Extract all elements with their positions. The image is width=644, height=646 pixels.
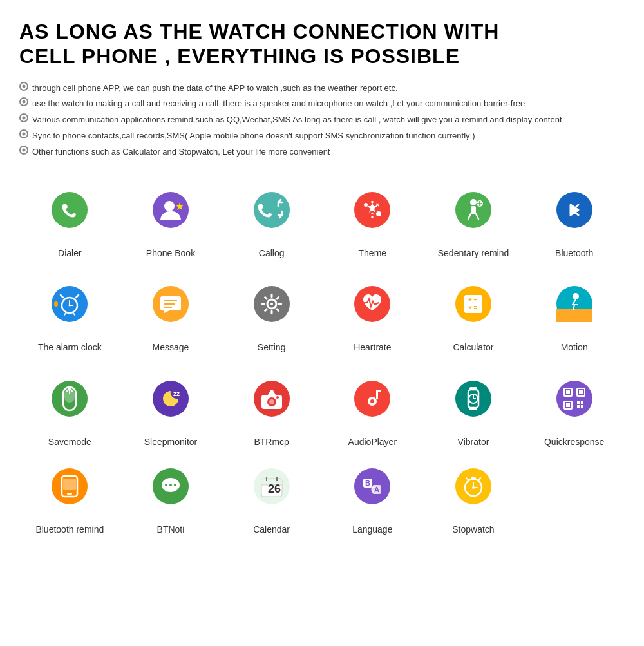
icons-last-row: Bluetooth remindBTNoti26CalendarBCALangu… bbox=[19, 454, 625, 535]
icon-theme[interactable] bbox=[340, 178, 404, 242]
bullet-text: Sync to phone contacts,call records,SMS(… bbox=[32, 128, 475, 144]
headline: AS LONG AS THE WATCH CONNECTION WITH CEL… bbox=[19, 19, 625, 69]
bullet-item: Other functions such as Calculator and S… bbox=[19, 144, 625, 160]
icon-label-calculator: Calculator bbox=[453, 341, 493, 353]
bullet-item: Various communication applications remin… bbox=[19, 112, 625, 128]
headline-line1: AS LONG AS THE WATCH CONNECTION WITH bbox=[19, 19, 625, 44]
headline-line2: CELL PHONE , EVERYTHING IS POSSIBLE bbox=[19, 44, 625, 68]
icon-savemode[interactable] bbox=[37, 366, 102, 431]
icon-item-theme: Theme bbox=[322, 178, 423, 259]
icon-label-btnoti: BTNoti bbox=[157, 524, 185, 535]
icon-phone-book[interactable] bbox=[138, 178, 203, 242]
svg-rect-84 bbox=[63, 479, 76, 490]
svg-text:×  =: × = bbox=[468, 304, 478, 311]
bullet-item: through cell phone APP, we can push the … bbox=[19, 81, 625, 97]
icon-label-sleepmonitor: Sleepmonitor bbox=[144, 436, 198, 448]
svg-rect-12 bbox=[471, 206, 476, 214]
icon-label-setting: Setting bbox=[258, 341, 286, 353]
icon-item-savemode: Savemode bbox=[19, 366, 120, 448]
svg-rect-72 bbox=[566, 390, 570, 394]
svg-rect-68 bbox=[469, 387, 477, 390]
svg-text:A: A bbox=[374, 486, 379, 493]
icon-item-btnoti: BTNoti bbox=[120, 454, 222, 535]
icon-label-bt-remind: Bluetooth remind bbox=[35, 524, 104, 535]
icon-alarm[interactable] bbox=[37, 272, 102, 336]
svg-rect-69 bbox=[469, 407, 477, 410]
icon-item-audioplayer: AudioPlayer bbox=[322, 366, 423, 448]
icon-vibrator[interactable] bbox=[441, 366, 506, 431]
icon-label-alarm: The alarm clock bbox=[38, 341, 102, 353]
svg-rect-45 bbox=[556, 309, 592, 322]
icon-item-btrmcp: BTRmcp bbox=[221, 366, 322, 448]
bullet-icon bbox=[19, 129, 28, 138]
icon-btrmcp[interactable] bbox=[240, 366, 304, 431]
svg-point-2 bbox=[164, 201, 175, 211]
icon-language[interactable]: BCA bbox=[340, 454, 404, 518]
icon-btnoti[interactable] bbox=[138, 454, 203, 518]
svg-rect-83 bbox=[67, 493, 72, 495]
svg-point-11 bbox=[470, 199, 477, 205]
svg-text:B: B bbox=[365, 479, 370, 487]
icon-item-sleepmonitor: zzSleepmonitor bbox=[120, 366, 222, 448]
icon-heartrate[interactable] bbox=[340, 272, 404, 336]
bullet-text: through cell phone APP, we can push the … bbox=[32, 81, 398, 97]
bullet-text: Various communication applications remin… bbox=[32, 112, 562, 128]
svg-rect-78 bbox=[581, 401, 583, 404]
icon-label-audioplayer: AudioPlayer bbox=[348, 436, 397, 448]
icon-bt-remind[interactable] bbox=[37, 454, 102, 518]
icon-item-vibrator: Vibrator bbox=[423, 366, 524, 448]
icon-stopwatch[interactable] bbox=[441, 454, 506, 518]
icon-sleepmonitor[interactable]: zz bbox=[138, 366, 203, 431]
icon-item-motion: Motion bbox=[524, 272, 625, 353]
icon-quickresponse[interactable] bbox=[542, 366, 607, 431]
icon-item-language: BCALanguage bbox=[322, 454, 423, 535]
svg-rect-74 bbox=[579, 390, 583, 394]
bullet-icon bbox=[19, 82, 28, 91]
bullet-item: Sync to phone contacts,call records,SMS(… bbox=[19, 128, 625, 144]
svg-point-9 bbox=[376, 211, 381, 216]
icon-motion[interactable] bbox=[542, 272, 607, 336]
icon-message[interactable] bbox=[138, 272, 203, 336]
svg-rect-22 bbox=[54, 301, 58, 307]
svg-text:zz: zz bbox=[173, 390, 180, 397]
icon-item-sedentary: Sedentary remind bbox=[423, 178, 524, 259]
icon-label-calendar: Calendar bbox=[253, 524, 290, 535]
icon-calendar[interactable]: 26 bbox=[240, 454, 304, 518]
svg-point-87 bbox=[165, 484, 167, 486]
icon-callog[interactable] bbox=[240, 178, 304, 242]
svg-rect-76 bbox=[566, 403, 570, 407]
icon-label-stopwatch: Stopwatch bbox=[452, 524, 494, 535]
svg-text:+  −: + − bbox=[468, 296, 478, 303]
svg-point-55 bbox=[269, 399, 274, 404]
svg-rect-79 bbox=[577, 405, 580, 408]
icon-item-message: Message bbox=[120, 272, 222, 353]
icons-grid: DialerPhone BookCallogThemeSedentary rem… bbox=[19, 178, 625, 448]
bullet-icon bbox=[19, 113, 28, 122]
icon-audioplayer[interactable] bbox=[340, 366, 404, 431]
icon-label-vibrator: Vibrator bbox=[458, 436, 489, 448]
icon-item-callog: Callog bbox=[221, 178, 322, 259]
svg-text:26: 26 bbox=[268, 482, 281, 495]
icon-label-motion: Motion bbox=[561, 341, 588, 353]
icon-calculator[interactable]: + −× = bbox=[441, 272, 506, 336]
svg-rect-31 bbox=[270, 294, 272, 298]
icon-item-heartrate: Heartrate bbox=[322, 272, 423, 353]
icon-item-stopwatch: Stopwatch bbox=[423, 454, 524, 535]
bullets-list: through cell phone APP, we can push the … bbox=[19, 81, 625, 160]
icon-label-bluetooth: Bluetooth bbox=[555, 247, 593, 259]
icon-label-theme: Theme bbox=[359, 247, 387, 259]
svg-point-57 bbox=[276, 396, 279, 399]
bullet-text: use the watch to making a call and recei… bbox=[32, 96, 525, 112]
svg-point-89 bbox=[174, 484, 176, 486]
icon-label-heartrate: Heartrate bbox=[354, 341, 391, 353]
svg-point-70 bbox=[556, 381, 592, 417]
svg-rect-80 bbox=[581, 405, 583, 408]
icon-setting[interactable] bbox=[240, 272, 304, 336]
icon-item-phone-book: Phone Book bbox=[120, 178, 222, 259]
icon-bluetooth[interactable] bbox=[542, 178, 607, 242]
icon-sedentary[interactable] bbox=[441, 178, 506, 242]
icon-label-savemode: Savemode bbox=[48, 436, 91, 448]
icon-item-setting: Setting bbox=[221, 272, 322, 353]
svg-point-60 bbox=[370, 399, 374, 403]
icon-dialer[interactable] bbox=[37, 178, 102, 242]
